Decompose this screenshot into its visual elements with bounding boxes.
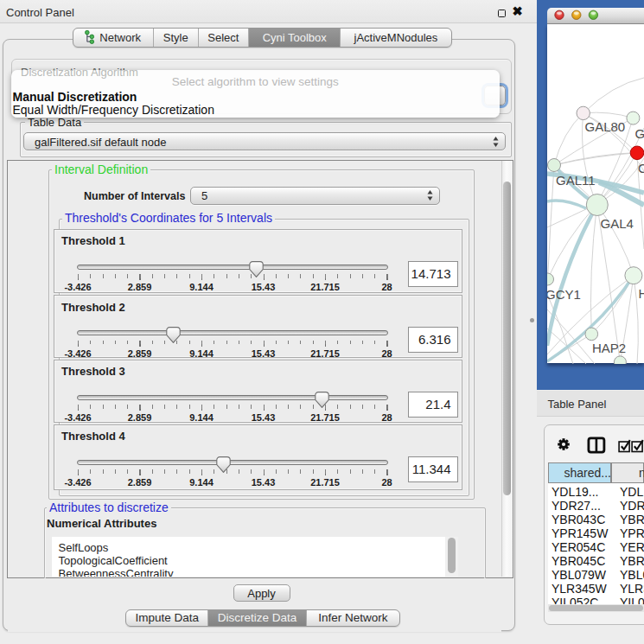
svg-text:GAL80: GAL80 bbox=[585, 119, 626, 134]
svg-text:HAP2: HAP2 bbox=[592, 341, 626, 355]
svg-text:GCY1: GCY1 bbox=[547, 287, 581, 302]
svg-text:C: C bbox=[638, 161, 644, 175]
svg-text:H: H bbox=[639, 286, 644, 301]
svg-text:GAL11: GAL11 bbox=[556, 173, 596, 188]
svg-text:GAL4: GAL4 bbox=[601, 215, 634, 230]
svg-text:GA: GA bbox=[635, 126, 644, 141]
